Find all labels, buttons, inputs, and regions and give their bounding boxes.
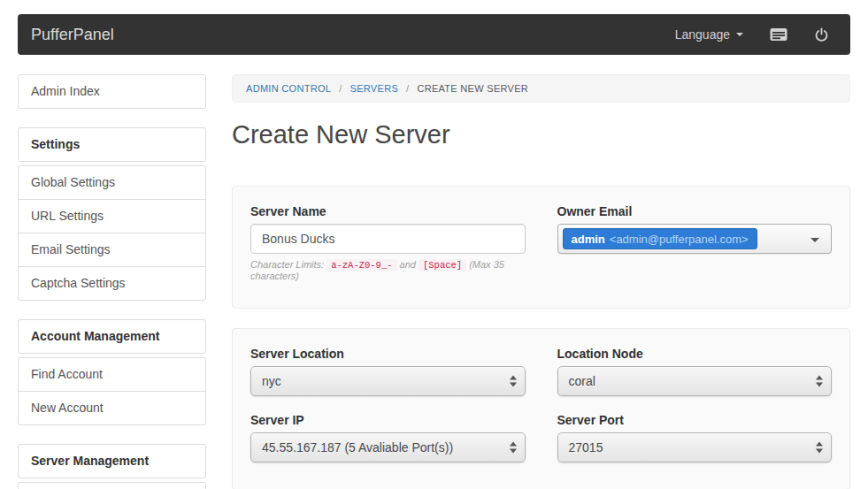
server-location-select[interactable]: nyc bbox=[250, 366, 526, 396]
breadcrumb-current: CREATE NEW SERVER bbox=[417, 83, 528, 94]
field-server-location: Server Location nyc bbox=[250, 347, 526, 396]
power-icon-svg bbox=[814, 27, 829, 42]
sidebar-item-find-account[interactable]: Find Account bbox=[19, 358, 205, 391]
select-stepper-icon bbox=[510, 442, 517, 454]
caret-down-icon bbox=[810, 238, 819, 242]
sidebar-item-global-settings[interactable]: Global Settings bbox=[19, 166, 205, 199]
sidebar-item-new-account[interactable]: New Account bbox=[19, 391, 205, 424]
location-node-label: Location Node bbox=[557, 347, 833, 361]
caret-down-icon bbox=[736, 33, 743, 36]
server-name-input[interactable] bbox=[250, 224, 526, 254]
select-stepper-icon bbox=[510, 376, 517, 387]
field-server-port: Server Port 27015 bbox=[557, 413, 833, 462]
content: ADMIN CONTROL / SERVERS / CREATE NEW SER… bbox=[232, 74, 850, 489]
sidebar-header-settings: Settings bbox=[19, 128, 205, 161]
breadcrumb-separator: / bbox=[339, 83, 342, 94]
owner-email-name: admin bbox=[572, 233, 605, 246]
console-icon[interactable] bbox=[770, 27, 787, 42]
language-label: Language bbox=[675, 27, 730, 42]
sidebar-item-captcha-settings[interactable]: Captcha Settings bbox=[19, 266, 205, 300]
select-stepper-icon bbox=[816, 376, 823, 387]
owner-email-label: Owner Email bbox=[557, 204, 833, 218]
field-server-name: Server Name Character Limits: a-zA-Z0-9_… bbox=[250, 204, 526, 281]
navbar: PufferPanel Language bbox=[18, 14, 850, 55]
sidebar-header-account-management: Account Management bbox=[19, 320, 205, 353]
help-code-space: [Space] bbox=[419, 259, 466, 271]
owner-email-selected-pill: admin <admin@pufferpanel.com> bbox=[563, 228, 757, 249]
sidebar-item-admin-index[interactable]: Admin Index bbox=[19, 75, 205, 108]
main-layout: Admin Index Settings Global Settings URL… bbox=[18, 74, 850, 489]
breadcrumb-admin-control[interactable]: ADMIN CONTROL bbox=[246, 83, 331, 94]
owner-email-select[interactable]: admin <admin@pufferpanel.com> bbox=[557, 224, 833, 254]
server-location-label: Server Location bbox=[250, 347, 526, 361]
server-port-label: Server Port bbox=[557, 413, 833, 427]
sidebar-item-url-settings[interactable]: URL Settings bbox=[19, 199, 205, 233]
sidebar-group-admin: Admin Index bbox=[18, 74, 206, 109]
server-name-help: Character Limits: a-zA-Z0-9_- and [Space… bbox=[250, 259, 526, 281]
console-icon-svg bbox=[770, 27, 787, 42]
sidebar-header-server-management: Server Management bbox=[19, 445, 205, 478]
sidebar-group-account-header: Account Management bbox=[18, 319, 206, 354]
page: PufferPanel Language bbox=[0, 0, 868, 489]
sidebar-group-settings-header: Settings bbox=[18, 127, 206, 162]
breadcrumb-servers[interactable]: SERVERS bbox=[350, 83, 398, 94]
navbar-right: Language bbox=[675, 27, 850, 42]
breadcrumb-separator: / bbox=[406, 83, 409, 94]
sidebar-item-find-server[interactable]: Find Server bbox=[19, 483, 205, 489]
sidebar-group-server-header: Server Management bbox=[18, 444, 206, 478]
panel-server-network: Server Location nyc Location Node coral bbox=[232, 328, 850, 489]
sidebar: Admin Index Settings Global Settings URL… bbox=[18, 74, 206, 489]
panel-server-identity: Server Name Character Limits: a-zA-Z0-9_… bbox=[232, 186, 850, 309]
help-conjunction: and bbox=[400, 259, 416, 270]
breadcrumb: ADMIN CONTROL / SERVERS / CREATE NEW SER… bbox=[232, 74, 850, 103]
server-name-label: Server Name bbox=[250, 204, 526, 218]
server-port-value: 27015 bbox=[569, 440, 603, 455]
brand-logo[interactable]: PufferPanel bbox=[18, 26, 127, 44]
server-location-value: nyc bbox=[262, 374, 281, 388]
field-server-ip: Server IP 45.55.167.187 (5 Avaliable Por… bbox=[250, 413, 526, 462]
power-icon[interactable] bbox=[814, 27, 829, 42]
server-port-select[interactable]: 27015 bbox=[557, 432, 833, 462]
language-dropdown[interactable]: Language bbox=[675, 27, 743, 42]
field-owner-email: Owner Email admin <admin@pufferpanel.com… bbox=[557, 204, 833, 281]
help-prefix: Character Limits: bbox=[250, 259, 324, 270]
server-ip-label: Server IP bbox=[250, 413, 526, 427]
location-node-select[interactable]: coral bbox=[557, 366, 833, 396]
help-code-charset: a-zA-Z0-9_- bbox=[326, 259, 396, 271]
sidebar-item-email-settings[interactable]: Email Settings bbox=[19, 233, 205, 266]
sidebar-group-server: Find Server bbox=[18, 482, 206, 489]
location-node-value: coral bbox=[569, 374, 595, 388]
sidebar-group-settings: Global Settings URL Settings Email Setti… bbox=[18, 165, 206, 301]
sidebar-group-account: Find Account New Account bbox=[18, 357, 206, 425]
server-ip-value: 45.55.167.187 (5 Avaliable Port(s)) bbox=[262, 440, 453, 455]
server-ip-select[interactable]: 45.55.167.187 (5 Avaliable Port(s)) bbox=[250, 432, 526, 462]
owner-email-address: <admin@pufferpanel.com> bbox=[610, 233, 749, 246]
select-stepper-icon bbox=[816, 442, 823, 454]
field-location-node: Location Node coral bbox=[557, 347, 833, 396]
page-title: Create New Server bbox=[232, 120, 850, 149]
